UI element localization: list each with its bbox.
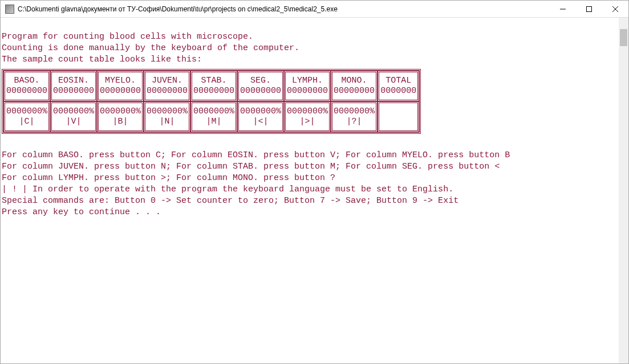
key-hint: |?| <box>334 117 375 127</box>
col-percent-lymph: 0000000% |>| <box>284 101 331 132</box>
count-value: 00000000 <box>147 86 188 96</box>
help-text: For column BASO. press button C; For col… <box>1 136 628 220</box>
col-header-eosin: EOSIN. 00000000 <box>50 71 97 101</box>
col-percent-myelo: 0000000% |B| <box>97 101 144 132</box>
app-icon <box>5 5 14 14</box>
count-value: 00000000 <box>193 86 234 96</box>
header-label: MYELO. <box>100 76 141 86</box>
header-label: MONO. <box>334 76 375 86</box>
help-line-5: Special commands are: Button 0 -> Set co… <box>2 196 458 206</box>
col-percent-total-empty <box>378 101 419 132</box>
col-percent-eosin: 0000000% |V| <box>50 101 97 132</box>
help-line-4: | ! | In order to operate with the progr… <box>2 185 453 194</box>
titlebar: C:\Dokumenti glavna\документи от ТУ-Софи… <box>1 1 628 18</box>
header-label: SEG. <box>240 76 281 86</box>
vertical-scrollbar[interactable] <box>619 18 628 363</box>
help-line-6: Press any key to continue . . . <box>2 207 161 217</box>
percent-value: 0000000% <box>287 107 328 117</box>
col-header-lymph: LYMPH. 00000000 <box>284 71 331 101</box>
client-area: Program for counting blood cells with mi… <box>1 18 628 363</box>
col-percent-baso: 0000000% |C| <box>3 101 50 132</box>
intro-line-3: The sample count table looks like this: <box>2 55 202 64</box>
app-window: C:\Dokumenti glavna\документи от ТУ-Софи… <box>0 0 629 364</box>
window-title: C:\Dokumenti glavna\документи от ТУ-Софи… <box>18 5 550 13</box>
col-percent-mono: 0000000% |?| <box>331 101 378 132</box>
close-button[interactable] <box>602 1 628 18</box>
help-line-3: For column LYMPH. press button >; For co… <box>2 173 335 183</box>
svg-rect-1 <box>587 6 592 11</box>
key-hint: |V| <box>53 117 94 127</box>
header-label: BASO. <box>6 76 47 86</box>
header-label: EOSIN. <box>53 76 94 86</box>
col-header-mono: MONO. 00000000 <box>331 71 378 101</box>
col-header-stab: STAB. 00000000 <box>190 71 237 101</box>
percent-value: 0000000% <box>193 107 234 117</box>
col-header-total: TOTAL 0000000 <box>378 71 419 101</box>
help-line-1: For column BASO. press button C; For col… <box>2 150 510 160</box>
minimize-icon <box>560 6 566 12</box>
count-value: 0000000 <box>380 86 416 96</box>
header-label: STAB. <box>193 76 234 86</box>
intro-line-1: Program for counting blood cells with mi… <box>2 32 253 42</box>
maximize-icon <box>586 6 592 12</box>
col-header-baso: BASO. 00000000 <box>3 71 50 101</box>
key-hint: |>| <box>287 117 328 127</box>
key-hint: |B| <box>100 117 141 127</box>
count-value: 00000000 <box>240 86 281 96</box>
key-hint: |M| <box>193 117 234 127</box>
col-percent-seg: 0000000% |<| <box>237 101 284 132</box>
header-label: TOTAL <box>380 76 416 86</box>
header-label: LYMPH. <box>287 76 328 86</box>
key-hint: |<| <box>240 117 281 127</box>
col-header-seg: SEG. 00000000 <box>237 71 284 101</box>
maximize-button[interactable] <box>576 1 602 18</box>
minimize-button[interactable] <box>550 1 576 18</box>
console-output: Program for counting blood cells with mi… <box>1 18 628 68</box>
percent-value: 0000000% <box>334 107 375 117</box>
col-header-myelo: MYELO. 00000000 <box>97 71 144 101</box>
intro-line-2: Counting is done manually by the keyboar… <box>2 43 299 53</box>
col-header-juven: JUVEN. 00000000 <box>144 71 190 101</box>
table-percent-row: 0000000% |C| 0000000% |V| 0000000% |B| 0… <box>3 101 419 132</box>
help-line-2: For column JUVEN. press button N; For co… <box>2 162 500 171</box>
col-percent-juven: 0000000% |N| <box>144 101 190 132</box>
count-value: 00000000 <box>287 86 328 96</box>
col-percent-stab: 0000000% |M| <box>190 101 237 132</box>
count-value: 00000000 <box>100 86 141 96</box>
percent-value: 0000000% <box>147 107 188 117</box>
percent-value: 0000000% <box>53 107 94 117</box>
key-hint: |N| <box>147 117 188 127</box>
key-hint: |C| <box>6 117 47 127</box>
percent-value: 0000000% <box>240 107 281 117</box>
scrollbar-thumb[interactable] <box>620 29 627 46</box>
count-value: 00000000 <box>6 86 47 96</box>
percent-value: 0000000% <box>6 107 47 117</box>
table-header-row: BASO. 00000000 EOSIN. 00000000 MYELO. 00… <box>3 71 419 101</box>
count-table: BASO. 00000000 EOSIN. 00000000 MYELO. 00… <box>2 69 421 134</box>
percent-value: 0000000% <box>100 107 141 117</box>
count-value: 00000000 <box>334 86 375 96</box>
close-icon <box>612 6 618 12</box>
header-label: JUVEN. <box>147 76 188 86</box>
count-value: 00000000 <box>53 86 94 96</box>
